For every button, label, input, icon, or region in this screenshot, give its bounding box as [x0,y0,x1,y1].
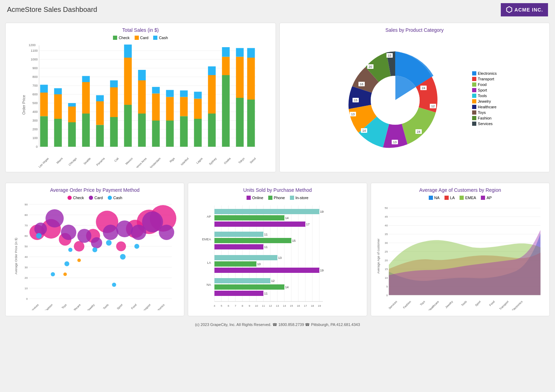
page-title: AcmeStore Sales Dashboard [7,6,97,14]
bar-sydney: Sydney [208,66,218,166]
svg-text:15: 15 [388,54,391,57]
svg-text:Toys: Toys [419,300,426,306]
svg-text:Toys: Toys [61,303,67,310]
svg-text:14: 14 [285,285,289,289]
svg-rect-33 [54,88,62,95]
svg-text:9: 9 [249,304,250,307]
svg-text:Lagos: Lagos [196,157,204,165]
svg-text:11: 11 [264,245,268,249]
legend-fashion: Fashion [472,116,497,120]
svg-text:0: 0 [386,294,388,297]
svg-text:Transport: Transport [141,303,151,310]
legend-jewelry: Jewelry [472,99,497,103]
bar-cali: Cali [110,80,120,162]
svg-text:Chicago: Chicago [68,157,78,167]
scatter-chart-card: Average Order Price by Payment Method Ch… [5,183,184,316]
svg-text:11: 11 [264,233,268,236]
legend-sport: Sport [472,88,497,92]
svg-rect-211 [214,215,284,220]
svg-text:20: 20 [369,65,372,68]
svg-text:Tools: Tools [461,300,468,307]
svg-rect-60 [152,94,160,121]
footer: (c) 2023 GrapeCity, Inc. All Rights Rese… [0,320,555,330]
svg-text:13: 13 [278,256,282,260]
cash-label: Cash [159,36,168,40]
legend-card: Card [135,36,149,40]
svg-point-174 [63,273,67,276]
svg-rect-63 [166,121,174,147]
svg-text:Tools: Tools [102,303,109,310]
svg-point-170 [106,240,112,246]
svg-rect-218 [214,238,291,243]
svg-text:900: 900 [33,66,38,70]
svg-point-175 [77,259,81,262]
svg-text:70: 70 [24,224,28,227]
svg-point-165 [36,233,42,239]
legend-transport: Transport [472,77,497,81]
bar-chart-svg: Order Price 0 100 200 300 400 500 [11,42,270,168]
area-legend: NA LA EMEA AP [377,196,544,200]
bar-chicago: Chicago [68,103,78,166]
donut-chart-title: Sales by Product Category [285,27,544,33]
bar-chart-area: Order Price 0 100 200 300 400 500 [11,42,270,168]
svg-text:Electronics: Electronics [153,303,165,310]
svg-text:18: 18 [311,304,314,307]
svg-text:13: 13 [351,112,355,116]
svg-rect-209 [214,209,319,214]
legend-services: Services [472,122,497,126]
svg-text:1100: 1100 [31,49,38,52]
svg-rect-79 [222,75,230,147]
svg-text:10: 10 [255,304,258,307]
page-header: AcmeStore Sales Dashboard ⬡ ACME INC. [0,0,555,19]
svg-text:100: 100 [33,136,38,140]
svg-rect-223 [214,255,277,260]
svg-rect-83 [236,98,244,147]
svg-text:10: 10 [257,262,261,266]
svg-rect-52 [124,58,132,105]
svg-rect-40 [82,82,90,114]
svg-text:30: 30 [385,241,388,245]
svg-text:13: 13 [393,140,397,144]
svg-text:Food: Food [489,300,495,307]
svg-text:50: 50 [385,206,388,210]
svg-text:Jewelry: Jewelry [86,303,95,310]
svg-text:80: 80 [24,213,28,217]
svg-text:90: 90 [24,203,28,206]
svg-text:Sport: Sport [116,303,123,310]
svg-text:12: 12 [271,279,275,283]
svg-rect-85 [236,48,244,57]
footer-phone2: Pittsburgh, PA:412.681.4343 [311,322,360,327]
svg-rect-67 [180,116,188,147]
svg-point-160 [103,225,118,240]
svg-rect-69 [180,90,188,97]
svg-text:12: 12 [269,304,272,307]
svg-text:0: 0 [26,297,28,300]
bar-amsterdam: Amsterdam [149,87,162,168]
svg-text:24: 24 [417,130,420,133]
svg-point-167 [64,261,69,266]
svg-rect-53 [124,45,132,58]
svg-point-169 [92,247,97,252]
check-label: Check [119,36,129,40]
svg-text:25: 25 [385,250,388,253]
svg-rect-84 [236,57,244,98]
svg-text:15: 15 [385,268,388,271]
bar-chart-title: Total Sales (in $) [11,27,270,33]
svg-rect-45 [96,95,104,102]
bar-las-vegas: Las Vegas [38,85,50,168]
bar-istanbul: Istanbul [180,90,190,166]
donut-svg: 24 12 24 13 14 13 15 16 [332,36,465,161]
svg-text:Buenos Aires: Buenos Aires [134,157,148,168]
svg-rect-227 [214,268,319,273]
svg-text:Mexico: Mexico [125,157,134,166]
logo-text: ACME INC. [514,7,543,13]
svg-rect-32 [54,94,62,119]
svg-text:5: 5 [386,285,388,288]
svg-rect-89 [247,48,255,58]
svg-rect-220 [214,244,263,249]
svg-point-156 [45,209,64,227]
phone-icon-1: ☎ [272,322,278,327]
svg-text:300: 300 [33,119,38,122]
svg-rect-76 [208,75,216,114]
svg-text:500: 500 [33,101,38,105]
